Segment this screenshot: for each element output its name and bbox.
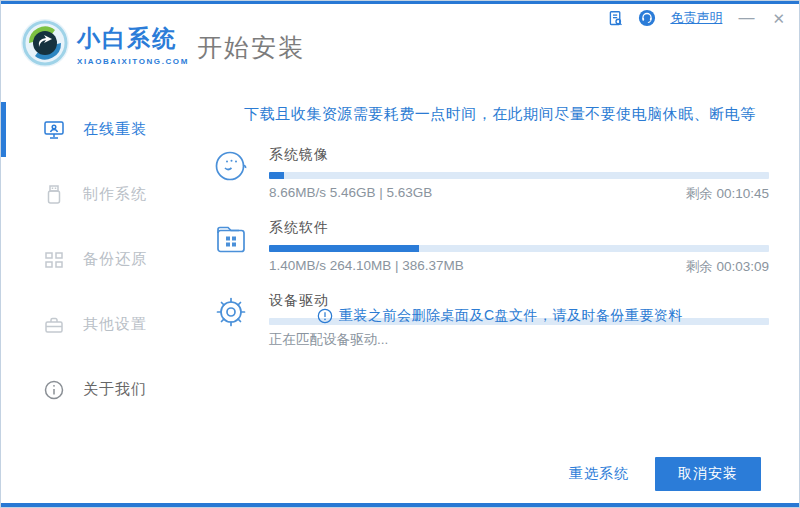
sidebar-item-other-settings[interactable]: 其他设置 <box>1 292 201 357</box>
reselect-system-button[interactable]: 重选系统 <box>569 465 629 483</box>
sidebar-item-online-reinstall[interactable]: 在线重装 <box>1 97 201 162</box>
app-logo <box>19 17 71 69</box>
task-stats: 1.40MB/s 264.10MB | 386.37MB <box>269 258 464 276</box>
notice-banner: 重装之前会删除桌面及C盘文件，请及时备份重要资料 <box>201 307 799 327</box>
sidebar-item-label: 关于我们 <box>83 380 147 399</box>
sidebar-item-label: 备份还原 <box>83 250 147 269</box>
sidebar-item-label: 其他设置 <box>83 315 147 334</box>
progress-fill <box>269 172 284 179</box>
active-indicator <box>1 102 6 157</box>
sidebar-item-label: 在线重装 <box>83 120 147 139</box>
task-stats: 8.66MB/s 5.46GB | 5.63GB <box>269 185 432 203</box>
brand-subtitle: XIAOBAIXITONG.COM <box>77 57 189 66</box>
task-row-system-software: 系统软件 1.40MB/s 264.10MB | 386.37MB 剩余 00:… <box>213 219 769 276</box>
notice-text: 重装之前会删除桌面及C盘文件，请及时备份重要资料 <box>339 307 683 325</box>
minimize-button[interactable]: — <box>736 10 756 26</box>
sidebar-item-backup-restore[interactable]: 备份还原 <box>1 227 201 292</box>
face-icon <box>213 146 253 203</box>
sidebar-item-make-system[interactable]: 制作系统 <box>1 162 201 227</box>
progress-fill <box>269 245 419 252</box>
app-window: 小白系统 XIAOBAIXITONG.COM 开始安装 免责声明 — <box>0 0 800 508</box>
brand-name: 小白系统 <box>77 23 189 54</box>
monitor-user-icon <box>43 119 65 141</box>
close-button[interactable]: ✕ <box>770 11 787 26</box>
task-remaining: 剩余 00:10:45 <box>686 185 769 203</box>
task-row-system-image: 系统镜像 8.66MB/s 5.46GB | 5.63GB 剩余 00:10:4… <box>213 146 769 203</box>
brand-block: 小白系统 XIAOBAIXITONG.COM <box>77 23 189 66</box>
toolbox-icon <box>43 314 65 336</box>
sidebar-item-label: 制作系统 <box>83 185 147 204</box>
task-stats: 正在匹配设备驱动... <box>269 331 388 349</box>
sidebar-item-about-us[interactable]: 关于我们 <box>1 357 201 422</box>
cancel-install-button[interactable]: 取消安装 <box>655 457 761 491</box>
sidebar: 在线重装 制作系统 备份还原 <box>1 85 201 503</box>
task-remaining: 剩余 00:03:09 <box>686 258 769 276</box>
usb-drive-icon <box>43 184 65 206</box>
headset-support-icon[interactable] <box>638 9 656 27</box>
footer-actions: 重选系统 取消安装 <box>569 457 761 491</box>
task-name: 系统镜像 <box>269 146 769 164</box>
progress-bar <box>269 172 769 179</box>
backup-blocks-icon <box>43 249 65 271</box>
top-accent-strip <box>1 1 799 4</box>
info-circle-icon <box>43 379 65 401</box>
progress-bar <box>269 245 769 252</box>
bottom-accent-strip <box>1 503 799 507</box>
page-title: 开始安装 <box>197 31 305 64</box>
document-search-icon[interactable] <box>607 10 624 27</box>
warning-text: 下载且收集资源需要耗费一点时间，在此期间尽量不要使电脑休眠、断电等 <box>201 105 799 124</box>
disclaimer-link[interactable]: 免责声明 <box>670 9 722 27</box>
task-name: 系统软件 <box>269 219 769 237</box>
folder-apps-icon <box>213 219 253 276</box>
exclamation-circle-icon <box>317 308 333 324</box>
